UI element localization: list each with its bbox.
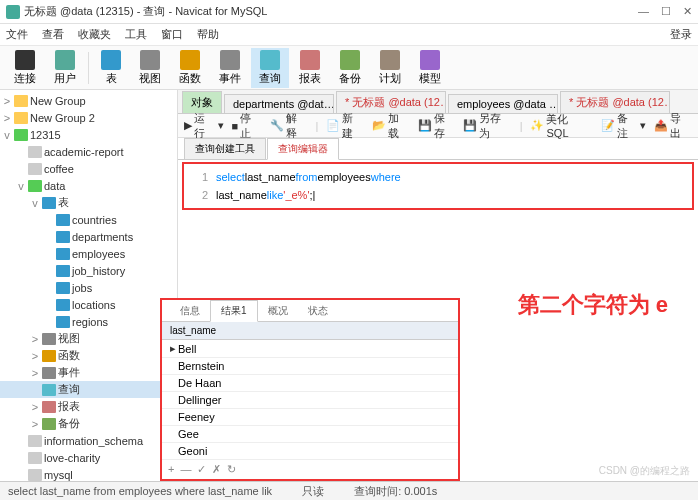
table-row[interactable]: Geoni: [162, 443, 458, 460]
toolbar-表[interactable]: 表: [93, 48, 129, 88]
tab-profile[interactable]: 概况: [258, 301, 298, 321]
tree-countries[interactable]: countries: [0, 211, 177, 228]
export-button[interactable]: 📤 导出: [654, 111, 692, 141]
status-sql: select last_name from employees where la…: [8, 485, 272, 497]
watermark: CSDN @的编程之路: [599, 464, 690, 478]
tab-query-editor[interactable]: 查询编辑器: [267, 138, 339, 160]
table-row[interactable]: De Haan: [162, 375, 458, 392]
tab-query-builder[interactable]: 查询创建工具: [184, 138, 266, 159]
tree-academic-report[interactable]: academic-report: [0, 143, 177, 160]
load-button[interactable]: 📂 加载: [372, 111, 410, 141]
table-row[interactable]: Gee: [162, 426, 458, 443]
tab-status[interactable]: 状态: [298, 301, 338, 321]
run-button[interactable]: ▶ 运行 ▾: [184, 111, 224, 141]
tree-报表[interactable]: >报表: [0, 398, 177, 415]
tree-New Group[interactable]: >New Group: [0, 92, 177, 109]
status-time: 查询时间: 0.001s: [354, 484, 437, 499]
annotation-text: 第二个字符为 e: [518, 290, 668, 320]
new-button[interactable]: 📄 新建: [326, 111, 364, 141]
tree-查询[interactable]: 查询: [0, 381, 177, 398]
toolbar-备份[interactable]: 备份: [331, 48, 369, 88]
tree-employees[interactable]: employees: [0, 245, 177, 262]
toolbar-报表[interactable]: 报表: [291, 48, 329, 88]
tree-mysql[interactable]: mysql: [0, 466, 177, 481]
sql-editor[interactable]: 1select last_name from employees where 2…: [182, 162, 694, 210]
menu-文件[interactable]: 文件: [6, 27, 28, 42]
table-row[interactable]: Feeney: [162, 409, 458, 426]
minimize-button[interactable]: —: [638, 5, 649, 18]
beautify-button[interactable]: ✨ 美化 SQL: [530, 112, 592, 139]
tree-data[interactable]: vdata: [0, 177, 177, 194]
results-panel: 信息 结果1 概况 状态 last_name ▸BellBernsteinDe …: [160, 298, 460, 481]
explain-button[interactable]: 🔧 解释: [270, 111, 308, 141]
note-button[interactable]: 📝 备注 ▾: [601, 111, 647, 141]
status-readonly: 只读: [302, 484, 324, 499]
tree-事件[interactable]: >事件: [0, 364, 177, 381]
tree-regions[interactable]: regions: [0, 313, 177, 330]
tree-love-charity[interactable]: love-charity: [0, 449, 177, 466]
table-row[interactable]: Dellinger: [162, 392, 458, 409]
stop-button[interactable]: ■ 停止: [232, 111, 262, 141]
tree-12315[interactable]: v12315: [0, 126, 177, 143]
maximize-button[interactable]: ☐: [661, 5, 671, 18]
tree-备份[interactable]: >备份: [0, 415, 177, 432]
toolbar-查询[interactable]: 查询: [251, 48, 289, 88]
window-title: 无标题 @data (12315) - 查询 - Navicat for MyS…: [24, 4, 638, 19]
tab-info[interactable]: 信息: [170, 301, 210, 321]
tree-information_schema[interactable]: information_schema: [0, 432, 177, 449]
table-row[interactable]: ▸Bell: [162, 340, 458, 358]
save-button[interactable]: 💾 保存: [418, 111, 456, 141]
result-controls[interactable]: +—✓✗↻: [162, 460, 458, 479]
toolbar-连接[interactable]: 连接: [6, 48, 44, 88]
tree-视图[interactable]: >视图: [0, 330, 177, 347]
tree-locations[interactable]: locations: [0, 296, 177, 313]
toolbar-事件[interactable]: 事件: [211, 48, 249, 88]
toolbar-用户[interactable]: 用户: [46, 48, 84, 88]
menu-收藏夹[interactable]: 收藏夹: [78, 27, 111, 42]
column-header[interactable]: last_name: [162, 322, 458, 340]
tree-job_history[interactable]: job_history: [0, 262, 177, 279]
tree-New Group 2[interactable]: >New Group 2: [0, 109, 177, 126]
tab-result1[interactable]: 结果1: [210, 300, 258, 322]
app-icon: [6, 5, 20, 19]
tree-函数[interactable]: >函数: [0, 347, 177, 364]
toolbar-函数[interactable]: 函数: [171, 48, 209, 88]
tree-表[interactable]: v表: [0, 194, 177, 211]
saveas-button[interactable]: 💾 另存为: [463, 111, 511, 141]
table-row[interactable]: Bernstein: [162, 358, 458, 375]
menu-工具[interactable]: 工具: [125, 27, 147, 42]
tree-coffee[interactable]: coffee: [0, 160, 177, 177]
toolbar-模型[interactable]: 模型: [411, 48, 449, 88]
menu-查看[interactable]: 查看: [42, 27, 64, 42]
login-link[interactable]: 登录: [670, 27, 692, 42]
tree-departments[interactable]: departments: [0, 228, 177, 245]
toolbar-计划[interactable]: 计划: [371, 48, 409, 88]
menu-窗口[interactable]: 窗口: [161, 27, 183, 42]
menu-帮助[interactable]: 帮助: [197, 27, 219, 42]
close-button[interactable]: ✕: [683, 5, 692, 18]
toolbar-视图[interactable]: 视图: [131, 48, 169, 88]
tree-jobs[interactable]: jobs: [0, 279, 177, 296]
